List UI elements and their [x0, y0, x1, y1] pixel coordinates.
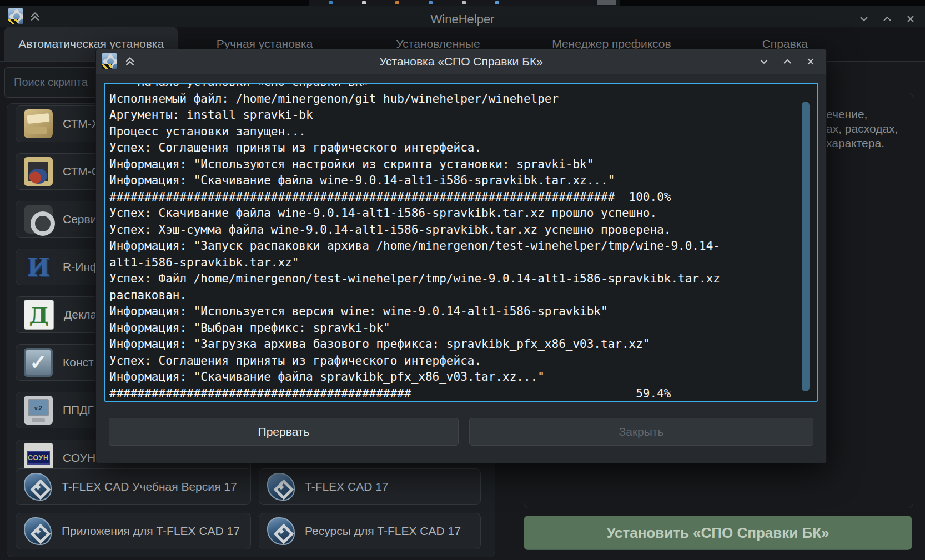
service-ring-icon: [24, 205, 53, 234]
tab-favicon-icon: [362, 1, 366, 4]
log-line: Успех: Соглашения приняты из графическог…: [109, 353, 817, 370]
scrollbar-thumb[interactable]: [802, 102, 810, 391]
minimize-icon[interactable]: [858, 13, 869, 24]
tflex-label: Ресурсы для T-FLEX CAD 17: [305, 524, 461, 538]
log-line: ########################################…: [109, 386, 817, 402]
description-line: характера.: [826, 136, 898, 150]
tflex-label: T-FLEX CAD Учебная Версия 17: [62, 480, 237, 493]
close-icon[interactable]: [805, 56, 816, 67]
abort-button[interactable]: Прервать: [109, 418, 459, 446]
script-label: R-Инф: [63, 260, 99, 274]
log-line: Начало установки «СПО Справки БК»: [109, 83, 817, 91]
close-icon[interactable]: [905, 13, 916, 24]
log-line: Информация: "Скачивание файла spravkibk_…: [109, 369, 817, 386]
description-line: ечение,: [826, 107, 898, 122]
tab-favicon-icon: [462, 1, 466, 4]
log-line: Исполняемый файл: /home/minergenon/git_h…: [109, 91, 817, 108]
search-placeholder: Поиск скрипта: [14, 76, 88, 89]
minimize-icon[interactable]: [758, 56, 770, 67]
main-titlebar[interactable]: WineHelper: [0, 6, 925, 27]
tflex-card-grid: T-FLEX CAD Учебная Версия 17 T-FLEX CAD …: [16, 468, 481, 549]
stm-s-icon: [24, 157, 53, 186]
tflex-card[interactable]: T-FLEX CAD 17: [259, 468, 481, 505]
log-line: ########################################…: [109, 189, 817, 206]
log-scrollbar[interactable]: [796, 84, 817, 401]
desktop: WineHelper Автоматическая установка Ручн…: [0, 0, 925, 560]
tab-favicon-icon: [495, 1, 499, 4]
description-text: ечение,ах, расходах,характера.: [826, 107, 898, 150]
log-line: Успех: Соглашения приняты из графическог…: [109, 140, 817, 157]
tflex-icon: [24, 517, 52, 545]
dekla-icon: [24, 300, 54, 330]
tflex-icon: [267, 517, 295, 545]
log-line: Успех: Скачивание файла wine-9.0.14-alt1…: [109, 205, 817, 222]
background-window-button: [597, 0, 616, 5]
log-text: Начало установки «СПО Справки БК»Исполня…: [105, 83, 817, 402]
install-log[interactable]: Начало установки «СПО Справки БК»Исполня…: [104, 83, 818, 402]
install-dialog: Установка «СПО Справки БК» Начало устано…: [95, 49, 827, 463]
log-line: распакован.: [109, 287, 817, 304]
script-label: СТМ-С: [63, 165, 100, 178]
background-window-sliver: [0, 0, 925, 6]
tab-favicon-icon: [395, 1, 399, 4]
script-label: СТМ-Х: [63, 117, 99, 130]
log-line: Информация: "Скачивание файла wine-9.0.1…: [109, 173, 817, 189]
tflex-icon: [267, 473, 295, 501]
log-line: Успех: Файл /home/minergenon/test-winehe…: [109, 271, 817, 287]
tflex-icon: [24, 473, 52, 501]
tab-favicon-icon: [329, 1, 333, 4]
log-line: Информация: "Используется версия wine: w…: [109, 304, 817, 320]
log-line: Процесс установки запущен...: [109, 124, 817, 140]
main-window-title: WineHelper: [0, 12, 925, 27]
maximize-icon[interactable]: [882, 13, 893, 24]
script-label: Конст: [63, 356, 94, 369]
dialog-titlebar[interactable]: Установка «СПО Справки БК»: [96, 49, 826, 74]
log-line: alt1-i586-spravkibk.tar.xz": [109, 255, 817, 271]
maximize-icon[interactable]: [782, 56, 793, 67]
install-button[interactable]: Установить «СПО Справки БК»: [524, 516, 912, 550]
tab-favicon-icon: [429, 1, 433, 4]
konst-icon: [24, 348, 53, 377]
log-line: Информация: "Выбран префикс: spravki-bk": [109, 320, 817, 337]
close-button[interactable]: Закрыть: [469, 418, 813, 446]
script-label: Декла: [64, 308, 97, 321]
tflex-card[interactable]: Приложения для T-FLEX CAD 17: [16, 513, 251, 549]
tflex-card[interactable]: Ресурсы для T-FLEX CAD 17: [259, 513, 481, 549]
script-label: СОУН: [63, 451, 95, 465]
dialog-title: Установка «СПО Справки БК»: [96, 55, 826, 68]
script-label: ППДГ: [63, 403, 94, 417]
tflex-label: T-FLEX CAD 17: [305, 480, 389, 493]
log-line: Информация: "Загрузка архива базового пр…: [109, 336, 817, 353]
log-line: Информация: "Используются настройки из с…: [109, 157, 817, 173]
ppdg-icon: [24, 396, 53, 425]
log-line: Аргументы: install spravki-bk: [109, 107, 817, 124]
stm-x-icon: [24, 109, 53, 138]
tflex-label: Приложения для T-FLEX CAD 17: [62, 524, 240, 538]
description-line: ах, расходах,: [826, 122, 898, 136]
log-line: Успех: Хэш-сумма файла wine-9.0.14-alt1-…: [109, 222, 817, 239]
log-line: Информация: "Запуск распаковки архива /h…: [109, 238, 817, 255]
tflex-card[interactable]: T-FLEX CAD Учебная Версия 17: [16, 468, 251, 505]
r-inf-icon: [24, 253, 53, 281]
script-label: Серви: [63, 213, 97, 226]
